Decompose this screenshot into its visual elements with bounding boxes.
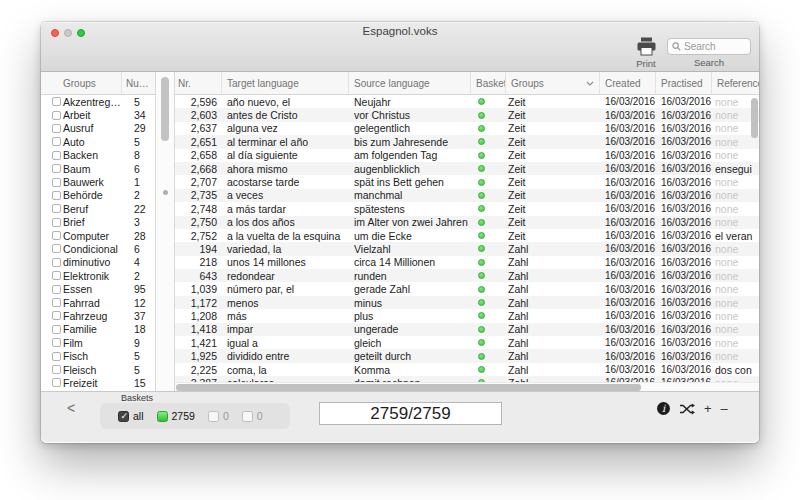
cell-source: augenblicklich [349, 162, 471, 175]
basket-filter[interactable]: 2759 [157, 410, 195, 422]
table-row[interactable]: 194 variedad, la Vielzahl Zahl 16/03/201… [175, 242, 759, 255]
column-header-target[interactable]: Target language [222, 72, 349, 94]
group-checkbox[interactable] [52, 111, 61, 120]
cell-target: variedad, la [222, 242, 349, 255]
sidebar-group-item[interactable]: Baum 6 [41, 162, 155, 175]
group-checkbox[interactable] [52, 231, 61, 240]
table-row[interactable]: 2,750 a los dos años im Alter von zwei J… [175, 216, 759, 229]
sidebar-group-item[interactable]: Auto 5 [41, 135, 155, 148]
table-horizontal-scrollbar[interactable] [176, 384, 641, 391]
table-row[interactable]: 2,596 año nuevo, el Neujahr Zeit 16/03/2… [175, 95, 759, 108]
column-header-basket[interactable]: Basket [471, 72, 506, 94]
collapse-sidebar-button[interactable]: < [63, 400, 79, 416]
group-checkbox[interactable] [52, 191, 61, 200]
sidebar-header-number[interactable]: Nu… [122, 72, 155, 94]
group-checkbox[interactable] [52, 325, 61, 334]
info-button[interactable]: i [657, 402, 670, 415]
column-header-nr[interactable]: Nr. [175, 72, 222, 94]
shuffle-button[interactable] [679, 403, 695, 415]
basket-checkbox[interactable] [242, 411, 253, 422]
group-checkbox[interactable] [52, 137, 61, 146]
column-header-source[interactable]: Source language [349, 72, 471, 94]
table-vertical-scrollbar[interactable] [751, 98, 758, 138]
group-checkbox[interactable] [52, 298, 61, 307]
sidebar-scrollbar[interactable] [161, 77, 169, 141]
table-row[interactable]: 2,658 al día siguiente am folgenden Tag … [175, 149, 759, 162]
sidebar-group-item[interactable]: Arbeit 34 [41, 108, 155, 121]
table-row[interactable]: 2,651 al terminar el año bis zum Jahrese… [175, 135, 759, 148]
table-row[interactable]: 2,752 a la vuelta de la esquina um die E… [175, 229, 759, 242]
sidebar-group-item[interactable]: Brief 3 [41, 216, 155, 229]
group-checkbox[interactable] [52, 271, 61, 280]
sidebar-group-item[interactable]: Fisch 5 [41, 349, 155, 362]
sidebar-group-item[interactable]: Beruf 22 [41, 202, 155, 215]
table-row[interactable]: 2,735 a veces manchmal Zeit 16/03/2016 1… [175, 189, 759, 202]
basket-filter[interactable]: all [118, 410, 144, 422]
group-checkbox[interactable] [52, 365, 61, 374]
sidebar-group-item[interactable]: Fahrrad 12 [41, 296, 155, 309]
table-row[interactable]: 218 unos 14 millones circa 14 Millionen … [175, 256, 759, 269]
remove-entry-button[interactable]: – [721, 402, 728, 415]
table-row[interactable]: 2,707 acostarse tarde spät ins Bett gehe… [175, 175, 759, 188]
column-header-practised[interactable]: Practised [656, 72, 712, 94]
basket-filter[interactable]: 0 [208, 410, 229, 422]
group-checkbox[interactable] [52, 218, 61, 227]
column-header-reference[interactable]: Reference [712, 72, 759, 94]
sidebar-group-item[interactable]: Elektronik 2 [41, 269, 155, 282]
sidebar-group-item[interactable]: Akzentreg… 5 [41, 95, 155, 108]
group-checkbox[interactable] [52, 124, 61, 133]
basket-checkbox[interactable] [208, 411, 219, 422]
table-row[interactable]: 1,039 número par, el gerade Zahl Zahl 16… [175, 282, 759, 295]
sidebar-group-item[interactable]: diminutivo 4 [41, 256, 155, 269]
sidebar-group-item[interactable]: Condicional 6 [41, 242, 155, 255]
print-button[interactable]: Print [627, 37, 665, 69]
sidebar-group-item[interactable]: Essen 95 [41, 282, 155, 295]
sidebar-group-item[interactable]: Film 9 [41, 336, 155, 349]
sidebar-group-item[interactable]: Fleisch 5 [41, 363, 155, 376]
group-label: Condicional [63, 242, 134, 255]
sidebar-group-item[interactable]: Ausruf 29 [41, 122, 155, 135]
sidebar-group-item[interactable]: Computer 28 [41, 229, 155, 242]
group-checkbox[interactable] [52, 204, 61, 213]
sidebar-group-item[interactable]: Backen 8 [41, 149, 155, 162]
sidebar-group-item[interactable]: Freizeit 15 [41, 376, 155, 389]
group-checkbox[interactable] [52, 258, 61, 267]
sidebar-group-item[interactable]: Fahrzeug 37 [41, 309, 155, 322]
table-row[interactable]: 1,172 menos minus Zahl 16/03/2016 16/03/… [175, 296, 759, 309]
group-checkbox[interactable] [52, 164, 61, 173]
sidebar-header-groups[interactable]: Groups [41, 72, 122, 94]
table-row[interactable]: 1,925 dividido entre geteilt durch Zahl … [175, 349, 759, 362]
table-row[interactable]: 2,637 alguna vez gelegentlich Zeit 16/03… [175, 122, 759, 135]
titlebar: Espagnol.voks Print Search Search [41, 22, 759, 72]
sidebar-group-item[interactable]: Bauwerk 1 [41, 175, 155, 188]
group-checkbox[interactable] [52, 97, 61, 106]
basket-filter[interactable]: 0 [242, 410, 263, 422]
sidebar-group-item[interactable]: Familie 18 [41, 323, 155, 336]
group-checkbox[interactable] [52, 244, 61, 253]
table-row[interactable]: 2,748 a más tardar spätestens Zeit 16/03… [175, 202, 759, 215]
sidebar-group-item[interactable]: Behörde 2 [41, 189, 155, 202]
basket-checkbox[interactable] [118, 411, 129, 422]
add-entry-button[interactable]: + [704, 402, 712, 415]
group-checkbox[interactable] [52, 352, 61, 361]
group-checkbox[interactable] [52, 378, 61, 387]
table-row[interactable]: 643 redondear runden Zahl 16/03/2016 16/… [175, 269, 759, 282]
table-row[interactable]: 2,668 ahora mismo augenblicklich Zeit 16… [175, 162, 759, 175]
basket-checkbox[interactable] [157, 411, 168, 422]
group-checkbox[interactable] [52, 311, 61, 320]
table-row[interactable]: 2,225 coma, la Komma Zahl 16/03/2016 16/… [175, 363, 759, 376]
table-row[interactable]: 1,208 más plus Zahl 16/03/2016 16/03/201… [175, 309, 759, 322]
group-checkbox[interactable] [52, 151, 61, 160]
cell-nr: 2,668 [175, 162, 222, 175]
group-checkbox[interactable] [52, 338, 61, 347]
table-row[interactable]: 1,421 igual a gleich Zahl 16/03/2016 16/… [175, 336, 759, 349]
column-header-created[interactable]: Created [600, 72, 656, 94]
group-checkbox[interactable] [52, 178, 61, 187]
pane-splitter[interactable] [155, 72, 175, 391]
table-row[interactable]: 1,418 impar ungerade Zahl 16/03/2016 16/… [175, 323, 759, 336]
search-input[interactable]: Search [667, 38, 751, 55]
table-row[interactable]: 2,603 antes de Cristo vor Christus Zeit … [175, 108, 759, 121]
group-checkbox[interactable] [52, 285, 61, 294]
cell-target: número par, el [222, 282, 349, 295]
column-header-groups[interactable]: Groups [506, 72, 600, 94]
